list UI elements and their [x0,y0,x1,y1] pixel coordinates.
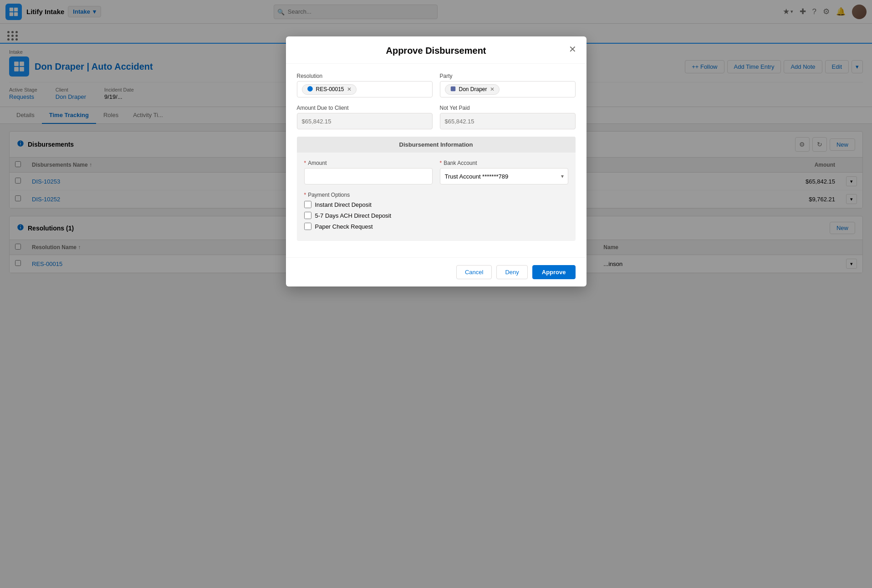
paper-check-checkbox[interactable] [304,223,311,230]
payment-option-check: Paper Check Request [304,223,568,230]
dis-amount-group: * Amount [304,160,433,184]
paper-check-label: Paper Check Request [315,223,373,230]
cancel-button[interactable]: Cancel [456,265,492,279]
payment-option-instant: Instant Direct Deposit [304,201,568,208]
party-tag-value: Don Draper [459,86,487,92]
party-tag-close[interactable]: ✕ [490,86,495,92]
not-yet-paid-group: Not Yet Paid [440,105,576,129]
resolution-party-row: Resolution RES-00015 ✕ Party [297,73,576,97]
bank-account-select-wrap: Trust Account *******789 Operating Accou… [440,168,568,184]
not-yet-paid-input [440,113,576,129]
not-yet-paid-label: Not Yet Paid [440,105,576,111]
payment-options-group: * Payment Options Instant Direct Deposit… [304,192,568,230]
amount-due-group: Amount Due to Client [297,105,433,129]
resolution-tag-close[interactable]: ✕ [347,86,352,92]
amount-due-input [297,113,433,129]
party-tag-icon [450,86,456,93]
bank-required-star: * [440,160,442,166]
party-label: Party [440,73,576,79]
ach-deposit-label: 5-7 Days ACH Direct Deposit [315,212,392,219]
resolution-tag-icon [307,86,313,93]
disbursement-info-title: Disbursement Information [297,137,576,153]
ach-deposit-checkbox[interactable] [304,212,311,219]
resolution-label: Resolution [297,73,433,79]
resolution-group: Resolution RES-00015 ✕ [297,73,433,97]
party-group: Party Don Draper ✕ [440,73,576,97]
disbursement-info-section: Disbursement Information * Amount [297,137,576,241]
payment-options-list: Instant Direct Deposit 5-7 Days ACH Dire… [304,201,568,230]
instant-deposit-label: Instant Direct Deposit [315,201,372,208]
approve-button[interactable]: Approve [532,265,576,279]
amount-row: Amount Due to Client Not Yet Paid [297,105,576,129]
bank-account-select[interactable]: Trust Account *******789 Operating Accou… [440,168,568,184]
payment-option-ach: 5-7 Days ACH Direct Deposit [304,212,568,219]
payment-options-label: * Payment Options [304,192,568,198]
resolution-input[interactable]: RES-00015 ✕ [297,81,433,97]
payment-required-star: * [304,192,306,198]
modal-overlay: Approve Disbursement ✕ Resolution RES-00… [0,0,872,588]
bank-account-label: * Bank Account [440,160,568,166]
instant-deposit-checkbox[interactable] [304,201,311,208]
modal-footer: Cancel Deny Approve [286,257,586,286]
modal-body: Resolution RES-00015 ✕ Party [286,64,586,257]
deny-button[interactable]: Deny [496,265,527,279]
amount-due-label: Amount Due to Client [297,105,433,111]
dis-amount-input[interactable] [304,168,433,184]
bank-account-group: * Bank Account Trust Account *******789 … [440,160,568,184]
modal-close-button[interactable]: ✕ [566,43,579,56]
modal-title: Approve Disbursement [386,46,486,56]
party-input[interactable]: Don Draper ✕ [440,81,576,97]
svg-rect-8 [450,86,455,91]
modal-header: Approve Disbursement ✕ [286,36,586,64]
required-star: * [304,160,306,166]
dis-amount-label: * Amount [304,160,433,166]
resolution-tag-value: RES-00015 [316,86,344,92]
approve-disbursement-modal: Approve Disbursement ✕ Resolution RES-00… [286,36,586,286]
amount-bank-row: * Amount * Bank Account [304,160,568,184]
disbursement-info-body: * Amount * Bank Account [297,153,576,241]
